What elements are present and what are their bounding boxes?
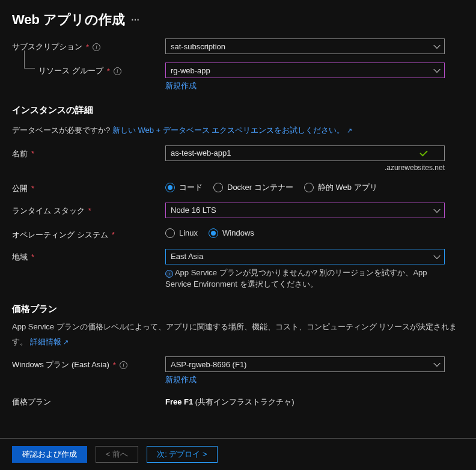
os-label-text: オペレーティング システム [12,230,108,240]
next-deploy-button[interactable]: 次: デプロイ > [147,446,217,463]
publish-radio-group: コード Docker コンテナー 静的 Web アプリ [165,180,445,193]
tier-value-bold: Free F1 [165,397,193,406]
os-radio-group: Linux Windows [165,227,445,238]
runtime-select[interactable]: Node 16 LTS [165,203,445,218]
plan-label: Windows プラン (East Asia) * i [12,356,165,370]
tree-line [24,50,35,69]
db-prompt-text: データベースが必要ですか? [12,126,110,135]
publish-label: 公開 * [12,180,165,194]
runtime-label: ランタイム スタック * [12,203,165,216]
radio-icon [213,183,223,192]
runtime-value: Node 16 LTS [171,206,216,215]
plan-value: ASP-rgweb-8696 (F1) [171,360,246,369]
instance-heading: インスタンスの詳細 [12,105,464,116]
chevron-down-icon [433,360,440,367]
required-icon: * [86,43,89,52]
chevron-down-icon [433,66,440,73]
subscription-label: サブスクリプション * i [12,38,165,52]
resource-group-value: rg-web-app [171,66,210,75]
previous-button[interactable]: < 前へ [96,446,138,463]
pricing-desc: App Service プランの価格レベルによって、アプリに関連する場所、機能、… [12,321,464,349]
resource-group-select[interactable]: rg-web-app [165,63,445,78]
required-icon: * [112,230,115,239]
publish-code-radio[interactable]: コード [165,182,203,193]
region-value: East Asia [171,252,203,261]
radio-icon [165,228,175,238]
external-link-icon: ↗ [347,127,352,134]
publish-code-label: コード [179,182,203,193]
resource-group-label-text: リソース グループ [38,66,103,76]
required-icon: * [88,206,91,215]
region-select[interactable]: East Asia [165,249,445,264]
info-icon: i [165,270,173,278]
rg-create-new-link[interactable]: 新規作成 [165,81,197,91]
radio-icon [209,228,218,238]
db-link-text: 新しい Web + データベース エクスペリエンスをお試しください。 [112,126,345,135]
tier-value-rest: (共有インフラストラクチャ) [193,397,294,406]
name-label-text: 名前 [12,148,28,159]
publish-docker-label: Docker コンテナー [227,182,293,193]
subscription-value: sat-subscription [171,42,225,51]
pricing-learn-more-link[interactable]: 詳細情報 ↗ [30,336,69,349]
tier-label: 価格プラン [12,394,165,407]
tier-label-text: 価格プラン [12,397,51,407]
info-icon[interactable]: i [93,43,100,51]
plan-create-new-link[interactable]: 新規作成 [165,374,197,385]
required-icon: * [113,361,116,370]
publish-label-text: 公開 [12,183,28,194]
more-icon[interactable]: ⋯ [131,15,141,25]
publish-docker-radio[interactable]: Docker コンテナー [213,182,293,193]
publish-static-radio[interactable]: 静的 Web アプリ [304,182,377,193]
review-create-button[interactable]: 確認および作成 [12,446,87,463]
chevron-down-icon [433,206,440,213]
plan-label-text: Windows プラン (East Asia) [12,359,109,370]
name-label: 名前 * [12,145,165,159]
radio-icon [165,183,175,192]
required-icon: * [31,184,34,193]
name-value: as-test-web-app1 [171,148,231,157]
chevron-down-icon [433,252,440,259]
os-label: オペレーティング システム * [12,227,165,240]
os-windows-radio[interactable]: Windows [209,228,254,238]
title-text: Web アプリの作成 [12,11,125,29]
info-icon[interactable]: i [120,361,127,369]
pricing-heading: 価格プラン [12,304,464,315]
os-linux-label: Linux [179,228,198,237]
pricing-desc-text: App Service プランの価格レベルによって、アプリに関連する場所、機能、… [12,322,457,346]
learn-more-text: 詳細情報 [30,337,61,346]
footer-bar: 確認および作成 < 前へ 次: デプロイ > [0,438,476,470]
region-label: 地域 * [12,249,165,263]
chevron-down-icon [433,42,440,49]
os-linux-radio[interactable]: Linux [165,228,198,238]
region-help: i App Service プランが見つかりませんか? 別のリージョンを試すか、… [165,267,445,290]
external-link-icon: ↗ [63,338,69,346]
publish-static-label: 静的 Web アプリ [318,182,377,193]
runtime-label-text: ランタイム スタック [12,206,85,216]
required-icon: * [31,149,34,158]
region-label-text: 地域 [12,252,28,263]
name-input[interactable]: as-test-web-app1 [165,145,445,161]
subscription-label-text: サブスクリプション [12,41,82,52]
required-icon: * [107,67,110,76]
radio-icon [304,183,314,192]
region-help-text: App Service プランが見つかりませんか? 別のリージョンを試すか、Ap… [165,268,427,289]
resource-group-label: リソース グループ * i [12,63,165,76]
plan-select[interactable]: ASP-rgweb-8696 (F1) [165,356,445,372]
page-title: Web アプリの作成 ⋯ [0,0,476,32]
name-suffix: .azurewebsites.net [165,163,445,172]
os-windows-label: Windows [222,228,254,237]
info-icon[interactable]: i [114,67,121,75]
required-icon: * [31,252,34,261]
subscription-select[interactable]: sat-subscription [165,38,445,54]
db-experience-link[interactable]: 新しい Web + データベース エクスペリエンスをお試しください。 ↗ [112,124,352,137]
db-prompt-row: データベースが必要ですか? 新しい Web + データベース エクスペリエンスを… [12,122,464,137]
